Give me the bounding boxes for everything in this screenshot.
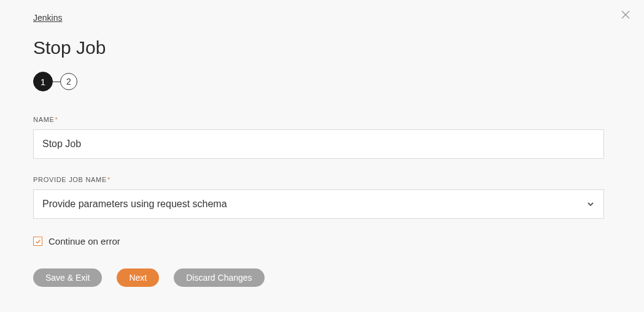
job-name-select[interactable]: Provide parameters using request schema	[33, 189, 604, 219]
name-input[interactable]	[33, 129, 604, 159]
close-button[interactable]	[619, 9, 632, 21]
step-2[interactable]: 2	[60, 73, 77, 90]
required-indicator: *	[107, 176, 111, 183]
name-label-text: NAME	[33, 116, 55, 123]
required-indicator: *	[55, 116, 58, 123]
discard-button[interactable]: Discard Changes	[174, 268, 264, 287]
breadcrumb[interactable]: Jenkins	[33, 13, 62, 23]
name-field-group: NAME*	[33, 116, 611, 159]
job-name-label: PROVIDE JOB NAME*	[33, 176, 611, 183]
action-buttons: Save & Exit Next Discard Changes	[33, 268, 611, 287]
continue-on-error-row: Continue on error	[33, 236, 611, 246]
close-icon	[621, 10, 630, 19]
continue-on-error-checkbox[interactable]	[33, 237, 42, 246]
job-name-select-wrap: Provide parameters using request schema	[33, 189, 604, 219]
checkmark-icon	[35, 238, 41, 245]
job-name-label-text: PROVIDE JOB NAME	[33, 176, 107, 183]
name-label: NAME*	[33, 116, 611, 123]
stepper: 1 2	[33, 72, 611, 91]
step-1[interactable]: 1	[33, 72, 53, 91]
save-exit-button[interactable]: Save & Exit	[33, 268, 102, 287]
job-name-field-group: PROVIDE JOB NAME* Provide parameters usi…	[33, 176, 611, 219]
continue-on-error-label[interactable]: Continue on error	[48, 236, 120, 246]
step-connector	[53, 82, 60, 82]
next-button[interactable]: Next	[117, 268, 159, 287]
page-title: Stop Job	[33, 37, 611, 58]
